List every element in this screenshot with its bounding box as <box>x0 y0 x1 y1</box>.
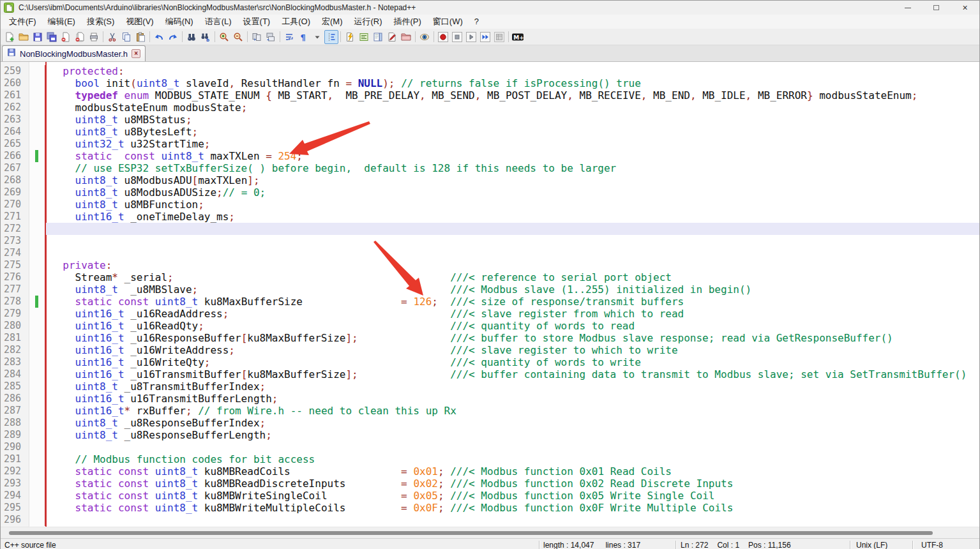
menu-item-file[interactable]: 文件(F) <box>3 15 42 28</box>
menu-item-run[interactable]: 运行(R) <box>348 15 388 28</box>
line-number[interactable]: 291 <box>1 453 29 465</box>
sync-horizontal-button[interactable] <box>264 30 278 44</box>
line-number[interactable]: 286 <box>1 393 29 405</box>
tab-close-icon[interactable]: × <box>132 49 140 58</box>
line-number[interactable]: 273 <box>1 235 29 247</box>
close-file-button[interactable] <box>59 30 73 44</box>
code-text[interactable] <box>46 223 979 235</box>
line-number[interactable]: 279 <box>1 308 29 320</box>
code-text[interactable]: static const uint8_t ku8MBReadCoils = 0x… <box>46 465 979 478</box>
line-number[interactable]: 292 <box>1 465 29 478</box>
horizontal-scrollbar-thumb[interactable] <box>9 531 933 535</box>
line-number[interactable]: 276 <box>1 271 29 283</box>
menu-item-tools[interactable]: 工具(O) <box>276 15 316 28</box>
new-file-button[interactable] <box>3 30 17 44</box>
code-text[interactable]: uint16_t _oneTimeDelay_ms; <box>46 211 979 223</box>
line-number[interactable]: 268 <box>1 174 29 186</box>
file-monitoring-button[interactable] <box>418 30 432 44</box>
copy-button[interactable] <box>119 30 133 44</box>
macro-stop-button[interactable] <box>450 30 464 44</box>
line-number[interactable]: 295 <box>1 502 29 514</box>
line-number[interactable]: 269 <box>1 186 29 199</box>
line-number[interactable]: 289 <box>1 429 29 441</box>
folder-as-workspace-button[interactable] <box>399 30 413 44</box>
line-number[interactable]: 275 <box>1 259 29 271</box>
sync-vertical-button[interactable] <box>250 30 264 44</box>
zoom-out-button[interactable] <box>231 30 245 44</box>
menu-item-window[interactable]: 窗口(W) <box>427 15 469 28</box>
line-number[interactable]: 267 <box>1 162 29 174</box>
code-text[interactable]: private: <box>46 259 979 271</box>
code-text[interactable]: uint16_t _u16ReadAddress; ///< slave reg… <box>46 308 979 320</box>
line-number[interactable]: 262 <box>1 102 29 114</box>
code-text[interactable]: protected: <box>46 65 979 77</box>
line-number[interactable]: 270 <box>1 199 29 211</box>
show-all-characters-button[interactable]: ¶ <box>296 30 310 44</box>
code-text[interactable]: uint8_t u8BytesLeft; <box>46 126 979 138</box>
line-number[interactable]: 282 <box>1 344 29 356</box>
macro-save-button[interactable] <box>492 30 506 44</box>
code-text[interactable]: uint16_t u16TransmitBufferLength; <box>46 393 979 405</box>
zoom-in-button[interactable] <box>217 30 231 44</box>
print-button[interactable] <box>87 30 101 44</box>
line-number[interactable]: 288 <box>1 417 29 429</box>
line-number[interactable]: 259 <box>1 65 29 77</box>
code-text[interactable]: uint8_t u8MBFunction; <box>46 199 979 211</box>
menu-item-language[interactable]: 语言(L) <box>199 15 237 28</box>
menu-item-edit[interactable]: 编辑(E) <box>42 15 81 28</box>
macro-record-button[interactable] <box>436 30 450 44</box>
code-text[interactable]: uint16_t _u16ReadQty; ///< quantity of w… <box>46 320 979 332</box>
line-number[interactable]: 278 <box>1 296 29 308</box>
code-text[interactable]: static const uint8_t ku8MaxBufferSize = … <box>46 296 979 308</box>
line-number[interactable]: 261 <box>1 89 29 102</box>
redo-button[interactable] <box>166 30 180 44</box>
line-number[interactable]: 294 <box>1 490 29 502</box>
word-wrap-button[interactable] <box>282 30 296 44</box>
close-all-button[interactable] <box>73 30 87 44</box>
doc-switcher-button[interactable] <box>343 30 357 44</box>
code-text[interactable] <box>46 514 979 526</box>
line-number[interactable]: 277 <box>1 283 29 296</box>
function-list-button[interactable] <box>357 30 371 44</box>
menu-item-view[interactable]: 视图(V) <box>120 15 159 28</box>
line-number[interactable]: 260 <box>1 77 29 89</box>
line-number[interactable]: 281 <box>1 332 29 344</box>
code-text[interactable]: // use ESP32 setTxBufferSize( ) before b… <box>46 162 979 174</box>
indent-guide-button[interactable] <box>324 30 338 44</box>
tab-nonblockingmodbusmaster[interactable]: NonBlockingModbusMaster.h × <box>2 45 146 61</box>
code-text[interactable]: bool init(uint8_t slaveId, ResultHandler… <box>46 77 979 89</box>
menu-item-encoding[interactable]: 编码(N) <box>160 15 199 28</box>
edit-pen-button[interactable] <box>385 30 399 44</box>
code-text[interactable]: uint16_t _u16WriteQty; ///< quantity of … <box>46 356 979 368</box>
line-number[interactable]: 264 <box>1 126 29 138</box>
cut-button[interactable] <box>105 30 119 44</box>
code-text[interactable]: typedef enum MODBUS_STATE_ENUM { MB_STAR… <box>46 89 979 102</box>
save-file-button[interactable] <box>31 30 45 44</box>
markdown-plus-plugin-button[interactable]: M+ <box>511 30 525 44</box>
code-text[interactable]: Stream* _serial; ///< reference to seria… <box>46 271 979 283</box>
find-button[interactable] <box>185 30 199 44</box>
line-number[interactable]: 266 <box>1 150 29 162</box>
replace-button[interactable]: b <box>199 30 213 44</box>
code-text[interactable]: uint16_t* rxBuffer; // from Wire.h -- ne… <box>46 405 979 417</box>
maximize-button[interactable] <box>922 1 951 15</box>
undo-button[interactable] <box>152 30 166 44</box>
code-text[interactable]: static const uint8_t ku8MBReadDiscreteIn… <box>46 478 979 490</box>
code-text[interactable] <box>46 247 979 259</box>
code-text[interactable]: uint32_t u32StartTime; <box>46 138 979 150</box>
code-text[interactable]: uint8_t u8MBStatus; <box>46 114 979 126</box>
line-number[interactable]: 284 <box>1 368 29 380</box>
code-text[interactable]: uint8_t _u8ResponseBufferLength; <box>46 429 979 441</box>
line-number[interactable]: 271 <box>1 211 29 223</box>
code-editor[interactable]: 259 protected:260 bool init(uint8_t slav… <box>1 62 979 527</box>
menu-item-settings[interactable]: 设置(T) <box>237 15 276 28</box>
code-text[interactable] <box>46 235 979 247</box>
paste-button[interactable] <box>133 30 147 44</box>
line-number[interactable]: 265 <box>1 138 29 150</box>
horizontal-scrollbar[interactable] <box>1 527 979 538</box>
macro-play-button[interactable] <box>464 30 478 44</box>
code-text[interactable]: uint8_t _u8ResponseBufferIndex; <box>46 417 979 429</box>
line-number[interactable]: 263 <box>1 114 29 126</box>
code-text[interactable]: modbusStateEnum modbusState; <box>46 102 979 114</box>
line-number[interactable]: 280 <box>1 320 29 332</box>
